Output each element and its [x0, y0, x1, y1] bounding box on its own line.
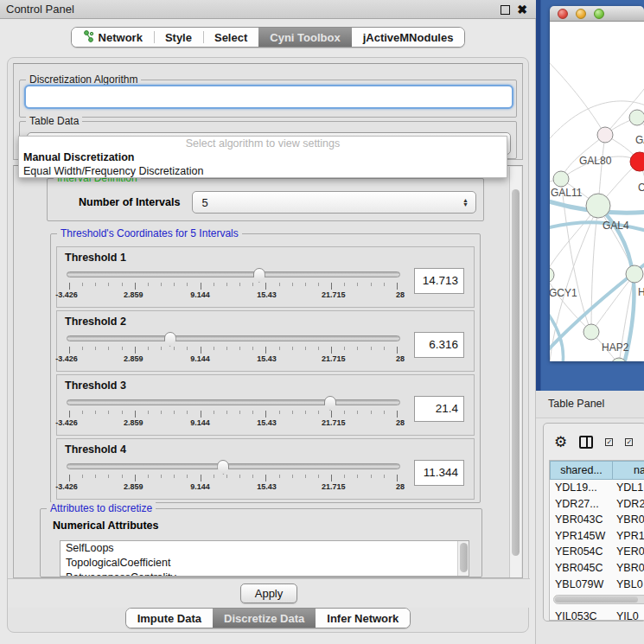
tick-label: 21.715: [322, 354, 346, 363]
table-cell[interactable]: YBR043C: [550, 512, 613, 528]
slider-thumb[interactable]: [164, 332, 176, 347]
algorithm-dropdown-popup: Select algorithm to view settings Manual…: [18, 136, 507, 178]
table-cell[interactable]: YBL079W: [550, 577, 613, 593]
threshold-value-field[interactable]: 21.4: [414, 396, 464, 422]
threshold-slider[interactable]: [67, 460, 400, 474]
slider-thumb[interactable]: [253, 268, 265, 283]
bottom-tab-impute-data[interactable]: Impute Data: [126, 609, 213, 628]
table-cell[interactable]: YBR045C: [550, 560, 613, 577]
dropdown-option-equal-width[interactable]: Equal Width/Frequency Discretization: [19, 164, 507, 178]
slider-track[interactable]: [67, 335, 400, 341]
network-edge[interactable]: [591, 206, 598, 332]
gear-icon[interactable]: ⚙: [554, 435, 567, 450]
table-row[interactable]: YBR043CYBR0: [550, 512, 644, 528]
network-node[interactable]: [626, 265, 643, 283]
network-edge[interactable]: [550, 222, 644, 232]
network-edge[interactable]: [550, 101, 644, 151]
checkbox-icon[interactable]: ✓: [625, 438, 633, 446]
tab-style[interactable]: Style: [154, 28, 203, 47]
table-cell[interactable]: YDL19...: [550, 480, 613, 496]
tab-cyni-toolbox[interactable]: Cyni Toolbox: [258, 28, 351, 47]
attribute-list-item[interactable]: TopologicalCoefficient: [61, 556, 469, 571]
table-horizontal-scrollbar[interactable]: [553, 595, 644, 604]
columns-icon[interactable]: [579, 436, 593, 449]
slider-track[interactable]: [67, 271, 400, 277]
table-cell[interactable]: YIL053C: [550, 609, 613, 622]
table-row[interactable]: YER054CYER0: [550, 544, 644, 560]
network-node[interactable]: [597, 127, 613, 143]
tab-select[interactable]: Select: [203, 28, 258, 47]
network-node-label: C: [638, 182, 644, 194]
slider-track[interactable]: [67, 399, 400, 405]
network-node[interactable]: [583, 324, 599, 340]
table-cell[interactable]: YBL0: [613, 577, 644, 593]
float-window-icon[interactable]: [501, 5, 510, 15]
table-cell[interactable]: YER054C: [550, 544, 613, 560]
threshold-value-field[interactable]: 6.316: [414, 332, 464, 358]
threshold-value-field[interactable]: 11.344: [414, 460, 464, 486]
network-edge[interactable]: [550, 275, 591, 332]
threshold-value-field[interactable]: 14.713: [414, 268, 464, 294]
settings-scrollbar[interactable]: [509, 167, 521, 578]
algorithm-combo[interactable]: [24, 85, 513, 109]
tick-label: -3.426: [55, 482, 78, 491]
close-icon[interactable]: ✖: [517, 5, 527, 15]
tab-network[interactable]: Network: [72, 28, 154, 47]
table-row[interactable]: YIL053CYIL0: [550, 609, 644, 622]
table-cell[interactable]: YBR0: [613, 560, 644, 577]
checkbox-icon[interactable]: ✓: [605, 438, 613, 446]
table-row[interactable]: YDL19...YDL1: [550, 480, 644, 496]
table-row[interactable]: YPR145WYPR1: [550, 528, 644, 545]
table-cell[interactable]: YDL1: [613, 480, 644, 496]
network-node-label: GAL4: [603, 220, 629, 232]
bottom-tab-infer-network[interactable]: Infer Network: [316, 609, 410, 628]
table-cell[interactable]: YDR27...: [550, 496, 613, 513]
tab-jactivemnodules[interactable]: jActiveMNodules: [352, 28, 465, 47]
discretization-algorithm-label: Discretization Algorithm: [26, 73, 141, 86]
network-node[interactable]: [550, 267, 554, 283]
network-node[interactable]: [586, 194, 610, 218]
slider-track[interactable]: [67, 463, 400, 469]
slider-thumb[interactable]: [324, 396, 336, 411]
network-canvas[interactable]: GAL80GACGAL11GAL4GCY1HHAP2: [550, 22, 644, 361]
spinner-arrows-icon: ▲▼: [462, 198, 469, 207]
network-node[interactable]: [553, 171, 569, 187]
network-graph: GAL80GACGAL11GAL4GCY1HHAP2: [550, 22, 644, 361]
apply-button[interactable]: Apply: [240, 583, 297, 603]
table-cell[interactable]: YPR145W: [550, 528, 613, 545]
threshold-slider[interactable]: [67, 396, 400, 410]
dropdown-prompt[interactable]: Select algorithm to view settings: [19, 137, 507, 150]
zoom-traffic-light-icon[interactable]: [594, 9, 604, 19]
column-header-shared-name[interactable]: shared...: [550, 461, 613, 480]
table-cell[interactable]: YIL0: [613, 609, 644, 622]
network-window[interactable]: GAL80GACGAL11GAL4GCY1HHAP2: [550, 6, 644, 361]
table-cell[interactable]: YER0: [613, 544, 644, 560]
thresholds-title: Threshold's Coordinates for 5 Intervals: [57, 227, 242, 239]
table-row[interactable]: YDR27...YDR2: [550, 496, 644, 513]
network-node[interactable]: [629, 110, 644, 125]
tick-label: 2.859: [124, 354, 143, 363]
threshold-slider[interactable]: [67, 332, 400, 346]
bottom-tab-discretize-data[interactable]: Discretize Data: [213, 609, 316, 628]
table-cell[interactable]: YBR0: [613, 512, 644, 528]
network-edge[interactable]: [550, 54, 605, 135]
attribute-list-item[interactable]: BetweennessCentrality: [61, 571, 469, 577]
table-row[interactable]: YBR045CYBR0: [550, 560, 644, 577]
threshold-slider[interactable]: [67, 268, 400, 282]
close-traffic-light-icon[interactable]: [558, 9, 568, 19]
network-node-label: GA: [635, 134, 644, 146]
number-of-intervals-combo[interactable]: 5 ▲▼: [192, 191, 476, 214]
slider-thumb[interactable]: [217, 460, 229, 475]
dropdown-option-manual[interactable]: Manual Discretization: [19, 150, 507, 164]
attribute-list-item[interactable]: SelfLoops: [61, 541, 469, 556]
tab-label: Impute Data: [137, 612, 201, 625]
table-row[interactable]: YBL079WYBL0: [550, 577, 644, 593]
table-header-row: shared... na: [550, 461, 644, 480]
minimize-traffic-light-icon[interactable]: [576, 9, 586, 19]
table-cell[interactable]: YDR2: [613, 496, 644, 513]
table-horizontal-scrollbar-thumb[interactable]: [555, 596, 638, 603]
table-cell[interactable]: YPR1: [613, 528, 644, 545]
column-header-name[interactable]: na: [613, 461, 644, 480]
attributes-scrollbar[interactable]: [457, 541, 469, 576]
bottom-tabbar: Impute DataDiscretize DataInfer Network: [0, 608, 536, 628]
